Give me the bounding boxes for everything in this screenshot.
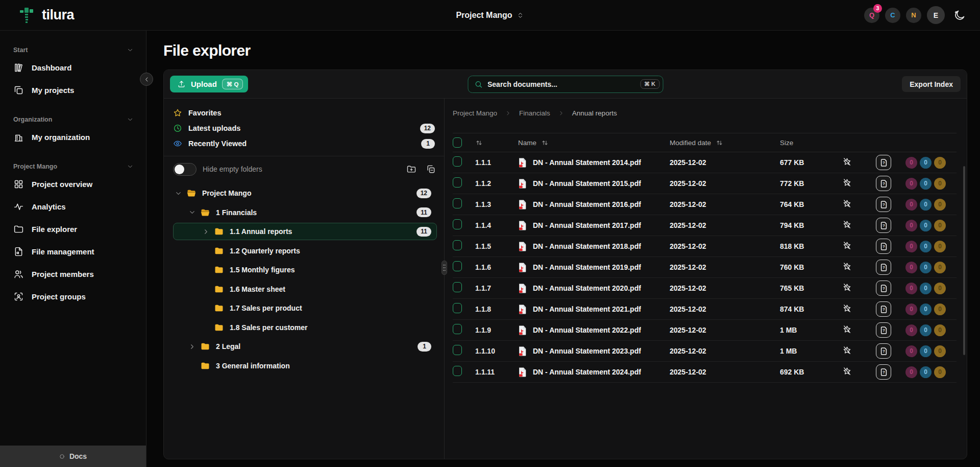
row-checkbox[interactable]: [453, 177, 462, 188]
table-row[interactable]: 1.1.5 DN - Annual Statement 2018.pdf 202…: [453, 236, 957, 257]
row-checkbox[interactable]: [453, 219, 462, 229]
doc-status-button[interactable]: ?: [876, 218, 891, 233]
table-row[interactable]: 1.1.7 DN - Annual Statement 2020.pdf 202…: [453, 278, 957, 299]
row-checkbox[interactable]: [453, 282, 462, 292]
sidebar-section-header[interactable]: Start: [0, 44, 146, 56]
sidebar-item-dashboard[interactable]: Dashboard: [0, 56, 146, 79]
hide-empty-folders-toggle[interactable]: [173, 163, 197, 176]
table-row[interactable]: 1.1.2 DN - Annual Statement 2015.pdf 202…: [453, 173, 957, 194]
avatar-q[interactable]: Q3: [864, 8, 879, 23]
star-off-icon[interactable]: [842, 241, 852, 250]
row-checkbox[interactable]: [453, 324, 462, 334]
doc-status-button[interactable]: ?: [876, 301, 891, 317]
sidebar-item-analytics[interactable]: Analytics: [0, 195, 146, 218]
upload-button[interactable]: Upload ⌘ Q: [170, 76, 248, 92]
table-row[interactable]: 1.1.4 DN - Annual Statement 2017.pdf 202…: [453, 215, 957, 236]
row-checkbox[interactable]: [453, 156, 462, 167]
breadcrumb-item-annual-reports[interactable]: Annual reports: [572, 109, 617, 117]
search-input[interactable]: [487, 80, 635, 88]
theme-toggle-button[interactable]: [953, 9, 966, 21]
quick-access-favorites[interactable]: Favorites: [173, 105, 437, 121]
doc-status-button[interactable]: ?: [876, 197, 891, 212]
chevron-down-icon[interactable]: [175, 190, 182, 197]
sort-index-icon[interactable]: [475, 139, 483, 147]
breadcrumb-item-financials[interactable]: Financials: [519, 109, 550, 117]
table-row[interactable]: 1.1.3 DN - Annual Statement 2016.pdf 202…: [453, 194, 957, 215]
tree-node-2-legal[interactable]: 2 Legal 1: [173, 338, 437, 355]
doc-status-button[interactable]: ?: [876, 239, 891, 254]
quick-access-latest-uploads[interactable]: Latest uploads 12: [173, 121, 437, 136]
star-off-icon[interactable]: [842, 366, 852, 376]
breadcrumb-item-project-mango[interactable]: Project Mango: [453, 109, 497, 117]
chevron-down-icon[interactable]: [188, 208, 196, 216]
tree-node-1-5-monthly-figures[interactable]: 1.5 Monthly figures: [173, 261, 437, 278]
sort-modified-icon[interactable]: [716, 139, 723, 147]
tree-node-1-2-quarterly-reports[interactable]: 1.2 Quarterly reports: [173, 242, 437, 260]
select-all-checkbox[interactable]: [453, 137, 462, 148]
sidebar-item-project-members[interactable]: Project members: [0, 263, 146, 285]
table-row[interactable]: 1.1.6 DN - Annual Statement 2019.pdf 202…: [453, 257, 957, 278]
export-index-button[interactable]: Export Index: [902, 76, 961, 92]
project-selector[interactable]: Project Mango: [456, 0, 524, 31]
star-off-icon[interactable]: [842, 345, 852, 355]
doc-status-button[interactable]: ?: [876, 364, 891, 380]
sidebar-item-project-overview[interactable]: Project overview: [0, 173, 146, 195]
sidebar-item-my-projects[interactable]: My projects: [0, 79, 146, 101]
doc-status-button[interactable]: ?: [876, 281, 891, 296]
row-checkbox[interactable]: [453, 345, 462, 355]
star-off-icon[interactable]: [842, 220, 852, 229]
tree-node-1-7-sales-per-product[interactable]: 1.7 Sales per product: [173, 299, 437, 317]
row-checkbox[interactable]: [453, 240, 462, 250]
star-off-icon[interactable]: [842, 283, 852, 292]
row-checkbox[interactable]: [453, 366, 462, 376]
table-row[interactable]: 1.1.8 DN - Annual Statement 2021.pdf 202…: [453, 299, 957, 320]
tree-node-1-1-annual-reports[interactable]: 1.1 Annual reports 11: [173, 223, 437, 240]
table-row[interactable]: 1.1.1 DN - Annual Statement 2014.pdf 202…: [453, 152, 957, 173]
sidebar-section-header[interactable]: Organization: [0, 113, 146, 126]
app-logo[interactable]: tilura: [19, 6, 74, 25]
star-off-icon[interactable]: [842, 324, 852, 334]
star-off-icon[interactable]: [842, 157, 852, 167]
tree-node-1-6-master-sheet[interactable]: 1.6 Master sheet: [173, 281, 437, 298]
quick-access-recently-viewed[interactable]: Recently Viewed 1: [173, 136, 437, 151]
doc-status-button[interactable]: ?: [876, 155, 891, 170]
row-checkbox[interactable]: [453, 261, 462, 271]
star-off-icon[interactable]: [842, 199, 852, 208]
tree-node-project-mango[interactable]: Project Mango 12: [173, 184, 437, 202]
avatar-n[interactable]: N: [906, 8, 921, 23]
hide-empty-folders-row: Hide empty folders: [173, 156, 437, 182]
doc-status-button[interactable]: ?: [876, 343, 891, 359]
tree-node-1-financials[interactable]: 1 Financials 11: [173, 204, 437, 221]
tree-node-1-8-sales-per-customer[interactable]: 1.8 Sales per customer: [173, 319, 437, 336]
doc-status-button[interactable]: ?: [876, 176, 891, 191]
chevron-right-icon[interactable]: [202, 228, 210, 236]
table-scrollbar[interactable]: [963, 166, 965, 355]
sidebar-item-project-groups[interactable]: Project groups: [0, 285, 146, 308]
avatar-e[interactable]: E: [927, 6, 945, 24]
row-checkbox[interactable]: [453, 303, 462, 313]
star-off-icon[interactable]: [842, 262, 852, 271]
star-off-icon[interactable]: [842, 178, 852, 188]
search-box[interactable]: ⌘ K: [468, 76, 663, 93]
sidebar-item-my-organization[interactable]: My organization: [0, 126, 146, 148]
doc-question-icon: ?: [879, 284, 888, 293]
doc-status-button[interactable]: ?: [876, 260, 891, 275]
table-row[interactable]: 1.1.10 DN - Annual Statement 2023.pdf 20…: [453, 341, 957, 362]
sidebar-collapse-button[interactable]: [140, 73, 153, 86]
star-off-icon[interactable]: [842, 303, 852, 313]
collapse-all-icon[interactable]: [426, 164, 436, 174]
sort-name-icon[interactable]: [541, 139, 549, 147]
docs-button[interactable]: Docs: [0, 446, 146, 467]
chevron-down-icon: [127, 116, 134, 123]
sidebar-item-file-management[interactable]: File management: [0, 240, 146, 263]
tree-node-3-general-information[interactable]: 3 General information: [173, 357, 437, 375]
doc-status-button[interactable]: ?: [876, 322, 891, 338]
chevron-right-icon[interactable]: [188, 343, 196, 351]
sidebar-item-file-explorer[interactable]: File explorer: [0, 218, 146, 240]
table-row[interactable]: 1.1.9 DN - Annual Statement 2022.pdf 202…: [453, 320, 957, 341]
row-checkbox[interactable]: [453, 198, 462, 208]
table-row[interactable]: 1.1.11 DN - Annual Statement 2024.pdf 20…: [453, 362, 957, 383]
avatar-c[interactable]: C: [885, 8, 900, 23]
new-folder-icon[interactable]: [406, 164, 416, 174]
sidebar-section-header[interactable]: Project Mango: [0, 160, 146, 173]
